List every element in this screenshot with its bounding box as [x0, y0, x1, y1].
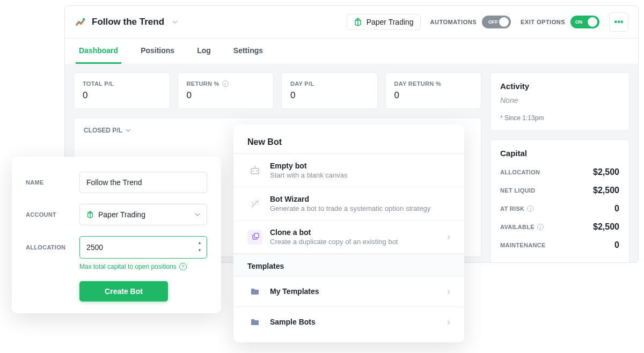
paper-trading-badge[interactable]: Paper Trading — [347, 14, 421, 30]
tab-dashboard[interactable]: Dashboard — [76, 39, 121, 64]
allocation-stepper: ▲ ▼ — [196, 239, 203, 254]
cap-row: NET LIQUID $2,500 — [500, 181, 619, 200]
cap-value: 0 — [614, 204, 619, 214]
option-desc: Create a duplicate copy of an existing b… — [270, 238, 440, 246]
svg-point-5 — [257, 201, 258, 202]
cap-value: $2,500 — [593, 222, 619, 232]
option-empty-bot[interactable]: Empty bot Start with a blank canvas — [233, 154, 464, 187]
stat-value: 0 — [290, 90, 369, 101]
create-bot-button[interactable]: Create Bot — [79, 281, 168, 301]
cap-value: $2,500 — [593, 186, 619, 195]
svg-point-4 — [254, 166, 255, 167]
cap-row: ALLOCATION $2,500 — [500, 163, 619, 181]
stat-cards: TOTAL P/L 0 RETURN % i 0 DAY P/L 0 DAY R… — [74, 72, 481, 109]
info-icon[interactable]: i — [537, 224, 544, 230]
stat-value: 0 — [394, 90, 473, 101]
more-icon: ••• — [614, 17, 624, 27]
automations-toggle-group: AUTOMATIONS OFF — [430, 16, 511, 28]
svg-rect-0 — [251, 168, 259, 174]
cap-value: 0 — [614, 240, 619, 250]
stat-total-pl: TOTAL P/L 0 — [74, 72, 170, 109]
stat-value: 0 — [83, 90, 161, 101]
option-bot-wizard[interactable]: Bot Wizard Generate a bot to trade a sys… — [233, 187, 464, 220]
page-title: Follow the Trend — [92, 17, 164, 27]
robot-icon — [247, 163, 262, 178]
exit-options-toggle[interactable]: ON — [570, 16, 599, 28]
template-title: Sample Bots — [270, 318, 440, 326]
templates-section-label: Templates — [233, 254, 464, 276]
template-sample-bots[interactable]: Sample Bots › — [233, 307, 464, 337]
paper-trading-label: Paper Trading — [367, 18, 414, 26]
template-title: My Templates — [270, 287, 440, 296]
form-row-allocation: ALLOCATION 2500 ▲ ▼ — [26, 236, 207, 259]
stat-day-pl: DAY P/L 0 — [281, 72, 378, 109]
automations-label: AUTOMATIONS — [430, 19, 477, 25]
title-dropdown-icon[interactable] — [172, 19, 178, 25]
stat-label: DAY P/L — [290, 80, 369, 87]
activity-none: None — [500, 96, 619, 105]
cap-row: AVAILABLE i $2,500 — [500, 218, 619, 236]
activity-heading: Activity — [500, 82, 619, 91]
folder-icon — [247, 314, 262, 329]
help-icon[interactable]: ? — [179, 263, 187, 270]
copy-icon — [247, 230, 262, 245]
svg-point-1 — [253, 170, 254, 172]
tab-log[interactable]: Log — [194, 39, 214, 64]
stat-value: 0 — [187, 90, 265, 101]
toggle-off-text: OFF — [488, 19, 498, 25]
option-desc: Start with a blank canvas — [270, 171, 450, 179]
form-row-name: NAME Follow the Trend — [26, 172, 207, 193]
more-menu-button[interactable]: ••• — [609, 12, 628, 32]
form-row-account: ACCOUNT Paper Trading — [26, 204, 207, 225]
stat-return-pct: RETURN % i 0 — [178, 72, 274, 109]
allocation-label: ALLOCATION — [26, 244, 79, 251]
capital-heading: Capital — [500, 149, 619, 158]
allocation-input[interactable]: 2500 — [80, 237, 207, 258]
toggle-knob — [588, 17, 597, 27]
chevron-right-icon: › — [447, 317, 450, 328]
template-my-templates[interactable]: My Templates › — [233, 276, 464, 307]
new-bot-panel: New Bot Empty bot Start with a blank can… — [233, 124, 464, 342]
chevron-right-icon: › — [447, 286, 450, 297]
svg-point-6 — [252, 202, 253, 203]
info-icon[interactable]: i — [527, 205, 533, 212]
broker-logo-icon — [86, 211, 94, 218]
svg-rect-8 — [254, 233, 259, 238]
account-label: ACCOUNT — [26, 211, 79, 218]
name-label: NAME — [26, 179, 79, 186]
chevron-right-icon: › — [447, 231, 450, 242]
account-select[interactable]: Paper Trading — [79, 204, 207, 225]
exit-options-toggle-group: EXIT OPTIONS ON — [521, 16, 599, 28]
capital-card: Capital ALLOCATION $2,500 NET LIQUID $2,… — [490, 139, 630, 263]
info-icon[interactable]: i — [222, 80, 229, 87]
trend-icon — [75, 16, 86, 28]
cap-row: MAINTENANCE 0 — [500, 236, 619, 254]
side-column: Activity None * Since 1:13pm Capital ALL… — [490, 72, 630, 263]
activity-card: Activity None * Since 1:13pm — [490, 72, 630, 131]
stat-label: TOTAL P/L — [83, 80, 161, 87]
step-up-button[interactable]: ▲ — [196, 239, 203, 246]
toggle-knob — [499, 17, 509, 27]
option-title: Empty bot — [270, 161, 450, 170]
tabs: Dashboard Positions Log Settings — [65, 39, 638, 64]
option-title: Clone a bot — [270, 228, 440, 237]
cap-label: AT RISK i — [500, 205, 533, 212]
tab-settings[interactable]: Settings — [230, 39, 266, 64]
activity-since: * Since 1:13pm — [500, 114, 619, 122]
create-bot-modal: NAME Follow the Trend ACCOUNT Paper Trad… — [12, 157, 221, 313]
allocation-helper-text: Max total capital to open positions ? — [79, 263, 207, 270]
chevron-down-icon — [126, 128, 131, 133]
step-down-button[interactable]: ▼ — [196, 246, 203, 254]
top-bar: Follow the Trend Paper Trading AUTOMATIO… — [65, 6, 638, 39]
wand-icon — [247, 196, 262, 211]
cap-label: ALLOCATION — [500, 169, 540, 175]
toggle-on-text: ON — [575, 19, 583, 25]
name-input[interactable]: Follow the Trend — [79, 172, 207, 193]
cap-label: MAINTENANCE — [500, 242, 546, 248]
tab-positions[interactable]: Positions — [137, 39, 178, 64]
svg-point-2 — [256, 170, 258, 172]
automations-toggle[interactable]: OFF — [482, 16, 511, 28]
stat-label: DAY RETURN % — [394, 80, 473, 87]
option-desc: Generate a bot to trade a systematic opt… — [270, 204, 450, 212]
option-clone-bot[interactable]: Clone a bot Create a duplicate copy of a… — [233, 220, 464, 254]
